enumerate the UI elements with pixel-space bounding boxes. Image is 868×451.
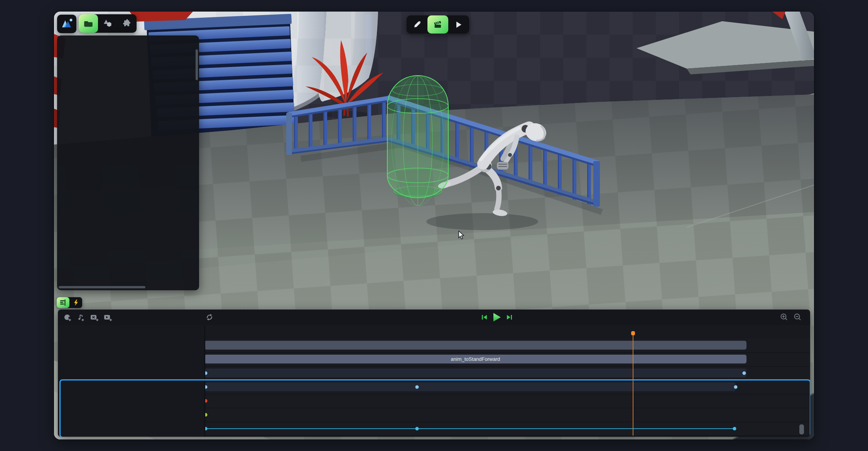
loop-toggle-button[interactable] <box>205 313 214 321</box>
add-sound-icon[interactable] <box>76 313 86 322</box>
lightning-icon <box>73 299 79 306</box>
shapes-icon <box>103 19 113 28</box>
skip-to-end-icon[interactable] <box>507 314 512 320</box>
app-logo-button[interactable] <box>57 15 76 33</box>
timeline-header <box>58 310 810 325</box>
bottom-panel-toggles <box>57 297 82 308</box>
animation-mode-button[interactable] <box>427 15 448 34</box>
tab-assets-folder[interactable] <box>79 14 98 33</box>
play-icon[interactable] <box>492 312 502 322</box>
transport-controls <box>481 311 512 323</box>
timeline-toggle-button[interactable] <box>57 297 69 308</box>
viewport-3d[interactable]: anim_toStandForward <box>54 12 814 439</box>
tab-plugins[interactable] <box>117 14 137 33</box>
clapperboard-icon <box>433 20 443 29</box>
timeline-panel: anim_toStandForward <box>58 310 810 437</box>
pencil-icon <box>413 20 421 29</box>
app-logo-mountain-icon <box>60 17 73 30</box>
loop-icon <box>205 313 214 321</box>
tab-shapes[interactable] <box>98 14 117 33</box>
sidebar-horizontal-scrollbar[interactable] <box>59 286 145 288</box>
track-lane-inserted-animations[interactable] <box>204 338 810 353</box>
skip-to-start-icon[interactable] <box>481 314 487 320</box>
animation-clip-bar[interactable]: anim_toStandForward <box>204 355 746 363</box>
mouse-cursor <box>458 231 467 241</box>
keyframe-dot[interactable] <box>743 372 746 375</box>
play-icon <box>455 20 463 29</box>
collider-capsule <box>387 76 448 206</box>
asset-tabs <box>79 14 137 33</box>
track-lane-maincharacter-body[interactable] <box>204 366 810 380</box>
add-shape-icon[interactable] <box>62 313 73 322</box>
mode-toolbar <box>407 15 469 34</box>
track-span-bar[interactable] <box>204 369 746 377</box>
timeline-scrollbar[interactable] <box>799 424 804 434</box>
track-lane-animation-track[interactable]: anim_toStandForward <box>204 352 810 367</box>
scene-tree-panel <box>57 35 199 290</box>
add-variable-icon[interactable] <box>90 313 100 322</box>
zoom-in-icon[interactable] <box>780 313 788 321</box>
events-toggle-button[interactable] <box>69 297 82 308</box>
add-animation-icon[interactable] <box>103 313 113 322</box>
track-span-bar[interactable] <box>204 341 746 350</box>
sidebar-vertical-scrollbar[interactable] <box>196 49 198 80</box>
zoom-out-icon[interactable] <box>794 313 802 321</box>
timeline-add-buttons <box>62 313 113 322</box>
edit-mode-button[interactable] <box>407 15 427 34</box>
preview-play-button[interactable] <box>448 15 469 34</box>
plugin-puzzle-icon <box>122 19 132 28</box>
timeline-zoom-controls <box>780 313 802 321</box>
tracks-icon <box>60 300 67 306</box>
track-selection-outline <box>59 379 810 437</box>
folder-icon <box>84 19 93 28</box>
